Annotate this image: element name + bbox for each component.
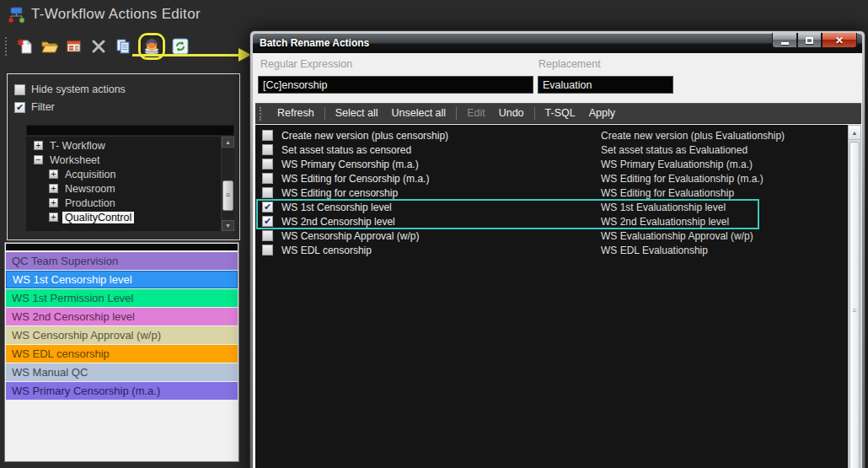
replacement-input[interactable] (538, 76, 673, 94)
unselect-all-button[interactable]: Unselect all (385, 104, 453, 123)
hide-system-actions-label: Hide system actions (31, 83, 126, 95)
action-list-item[interactable]: WS EDL censorship (6, 345, 238, 363)
refresh-button[interactable]: Refresh (271, 104, 321, 123)
action-list-header (6, 244, 238, 250)
rename-to: Create new version (plus Evaluationship) (601, 130, 785, 142)
cut-icon (90, 38, 107, 55)
rename-to: WS Editing for Evaluationship (601, 187, 734, 199)
rename-row[interactable]: ✔WS 1st Censorship levelWS 1st Evaluatio… (255, 201, 848, 215)
tree-scrollbar[interactable]: ▲ ≡ ▼ (221, 137, 234, 231)
rename-to: WS Editing for Evaluationship (m.a.) (601, 173, 764, 185)
toolbar-properties-button[interactable] (63, 35, 85, 57)
dialog-scrollbar-thumb[interactable]: ≡ (849, 142, 860, 468)
rename-from: WS EDL censorship (281, 245, 372, 256)
row-checkbox[interactable] (262, 245, 273, 256)
tree-scrollbar-thumb[interactable]: ≡ (222, 180, 233, 211)
tree-item[interactable]: +T- Workflow (26, 138, 221, 153)
action-list-item[interactable]: WS Manual QC (6, 363, 238, 381)
dialog-scrollbar[interactable]: ▲ ≡ (848, 125, 861, 468)
scroll-up-icon[interactable]: ▲ (222, 137, 234, 148)
rename-row[interactable]: Set asset status as censoredSet asset st… (255, 143, 848, 158)
action-list-item[interactable]: WS 1st Permission Level (6, 289, 238, 307)
expand-icon[interactable]: + (34, 141, 43, 150)
row-checkbox[interactable]: ✔ (262, 216, 273, 227)
tree-item-label: T- Workflow (47, 140, 108, 152)
tree-item[interactable]: −Worksheet (26, 153, 221, 167)
row-checkbox[interactable] (262, 187, 273, 198)
toolbar-new-document-button[interactable]: ✱ (14, 35, 36, 57)
undo-button[interactable]: Undo (492, 104, 531, 123)
edit-button: Edit (460, 104, 492, 123)
rename-row[interactable]: WS Editing for Censorship (m.a.)WS Editi… (255, 172, 848, 186)
dialog-title: Batch Rename Actions (260, 37, 369, 49)
hide-system-actions-checkbox[interactable] (14, 84, 25, 95)
t-sql-button[interactable]: T-SQL (538, 104, 582, 123)
toolbar-copy-button[interactable] (112, 35, 134, 57)
scroll-down-icon[interactable]: ▼ (222, 220, 234, 231)
select-all-button[interactable]: Select all (329, 104, 385, 123)
close-button[interactable]: ✕ (822, 33, 857, 48)
toolbar-grip[interactable] (5, 37, 9, 56)
action-list-item[interactable]: WS 2nd Censorship level (6, 308, 238, 325)
rename-to: WS 1st Evaluationship level (601, 202, 726, 213)
rename-row[interactable]: WS Editing for censorshipWS Editing for … (255, 186, 848, 201)
row-checkbox[interactable] (262, 144, 273, 155)
apply-button[interactable]: Apply (582, 104, 622, 123)
tree-item[interactable]: +Production (26, 196, 221, 210)
row-checkbox[interactable]: ✔ (262, 202, 273, 212)
rename-row[interactable]: Create new version (plus censorship)Crea… (255, 129, 848, 143)
row-checkbox[interactable] (262, 230, 273, 241)
refresh-icon (172, 38, 189, 55)
batch-rename-dialog: Batch Rename Actions ✕ Regular Expressio… (249, 30, 865, 468)
rename-row[interactable]: ✔WS 2nd Censorship levelWS 2nd Evaluatio… (255, 215, 848, 229)
rename-to: WS Evaluationship Approval (w/p) (601, 230, 753, 242)
rename-to: WS EDL Evaluationship (601, 245, 708, 256)
row-checkbox[interactable] (262, 173, 273, 184)
dialog-content: Regular Expression Replacement RefreshSe… (253, 53, 862, 468)
row-checkbox[interactable] (262, 130, 273, 141)
replacement-label: Replacement (538, 58, 601, 70)
collapse-icon[interactable]: − (34, 155, 43, 164)
rename-from: WS 1st Censorship level (281, 202, 392, 213)
toolbar-cut-button[interactable] (88, 35, 110, 57)
rename-row[interactable]: WS Censorship Approval (w/p)WS Evaluatio… (255, 229, 848, 244)
expand-icon[interactable]: + (49, 184, 58, 193)
rename-from: Create new version (plus censorship) (281, 130, 448, 142)
action-list-item[interactable]: WS 1st Censorship level (6, 271, 238, 288)
rename-from: WS Editing for Censorship (m.a.) (281, 173, 429, 185)
tree-filter-input[interactable] (26, 125, 234, 136)
app-window: T-Workflow Actions Editor ✱ Hide system … (0, 0, 868, 468)
dialog-toolbar-grip[interactable] (260, 107, 264, 121)
action-list-item[interactable]: QC Team Supervision (6, 252, 238, 270)
toolbar-open-folder-button[interactable] (39, 35, 61, 57)
rename-from: WS Primary Censorship (m.a.) (281, 159, 419, 170)
minimize-button[interactable] (772, 33, 797, 48)
copy-icon (115, 38, 131, 55)
tree-item[interactable]: +Acquisition (26, 167, 221, 181)
tree-item-label: QualityControl (62, 212, 134, 223)
action-list-item[interactable]: WS Censorship Approval (w/p) (6, 326, 238, 344)
regex-input[interactable] (258, 76, 533, 94)
open-folder-icon (41, 38, 58, 55)
rename-row[interactable]: WS Primary Censorship (m.a.)WS Primary E… (255, 158, 848, 172)
filter-checkbox[interactable]: ✔ (14, 102, 25, 113)
svg-text:✱: ✱ (17, 38, 24, 47)
maximize-button[interactable] (797, 33, 822, 48)
expand-icon[interactable]: + (49, 198, 58, 207)
tree-item[interactable]: +QualityControl (26, 210, 221, 224)
rename-row[interactable]: WS EDL censorshipWS EDL Evaluationship (255, 244, 848, 258)
tree-item[interactable]: +Newsroom (26, 181, 221, 196)
scroll-up-icon[interactable]: ▲ (849, 126, 860, 140)
dialog-titlebar[interactable]: Batch Rename Actions ✕ (253, 34, 862, 53)
maximize-icon (806, 37, 813, 44)
tree-item-label: Newsroom (62, 183, 118, 195)
expand-icon[interactable]: + (49, 169, 58, 179)
expand-icon[interactable]: + (49, 212, 58, 222)
row-checkbox[interactable] (262, 159, 273, 169)
tree-item-label: Worksheet (47, 154, 103, 166)
rename-from: WS 2nd Censorship level (281, 216, 395, 228)
rename-from: WS Editing for censorship (281, 187, 398, 199)
new-document-icon: ✱ (17, 38, 34, 55)
action-list-item[interactable]: WS Primary Censorship (m.a.) (6, 382, 238, 400)
window-buttons: ✕ (772, 33, 857, 48)
